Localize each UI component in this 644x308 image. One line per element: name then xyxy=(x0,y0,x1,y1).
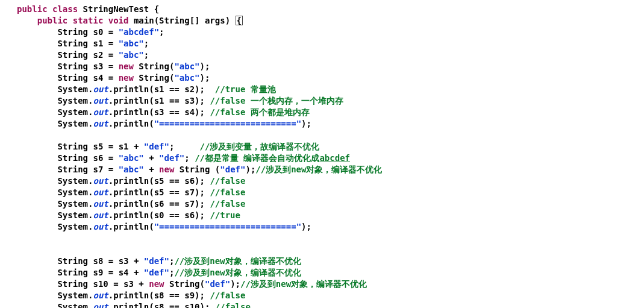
paren-open: ( xyxy=(149,84,154,94)
semi: ; xyxy=(200,291,205,300)
class-system: System xyxy=(57,291,88,300)
comment: //false xyxy=(210,187,245,197)
code-line: System.out.println("====================… xyxy=(17,222,311,231)
paren-close: ) xyxy=(200,73,205,83)
dot: . xyxy=(108,222,113,231)
comment: //涉及到new对象，编译器不优化 xyxy=(174,256,301,266)
method-println: println xyxy=(113,210,149,220)
var-s10: s10 xyxy=(184,302,199,308)
op-eq: = xyxy=(108,268,113,277)
code-line: String s6 = "abc" + "def"; //都是常量 编译器会自动… xyxy=(17,153,350,163)
paren-close: ) xyxy=(195,210,199,220)
method-println: println xyxy=(113,187,149,197)
op-eq: = xyxy=(108,165,113,174)
var-s8: s8 xyxy=(154,302,164,308)
dot: . xyxy=(108,96,113,105)
comment: //true xyxy=(210,210,240,220)
field-out: out xyxy=(93,187,108,197)
field-out: out xyxy=(93,84,108,94)
field-out: out xyxy=(93,291,108,300)
paren-open: ( xyxy=(200,279,205,289)
var-s6: s6 xyxy=(154,199,164,209)
var-s3: s3 xyxy=(123,279,134,289)
type-string: String xyxy=(139,73,169,83)
string-literal: "===========================" xyxy=(154,222,301,231)
paren-close: ) xyxy=(195,291,199,300)
class-system: System xyxy=(57,210,88,220)
semi: ; xyxy=(159,27,164,37)
code-line: String s10 = s3 + new String("def");//涉及… xyxy=(17,279,367,289)
semi: ; xyxy=(205,61,210,71)
paren-close: ) xyxy=(301,119,306,128)
code-line: System.out.println(s5 == s6); //false xyxy=(17,176,245,186)
keyword-new: new xyxy=(119,73,134,83)
code-line: System.out.println(s8 == s10); //false xyxy=(17,302,251,308)
dot: . xyxy=(108,187,113,197)
var-s6: s6 xyxy=(93,153,103,163)
semi: ; xyxy=(200,199,205,209)
code-line: String s3 = new String("abc"); xyxy=(17,61,210,71)
var-s3: s3 xyxy=(184,96,195,105)
type-string: String xyxy=(57,153,88,163)
method-println: println xyxy=(113,199,149,209)
semi: ; xyxy=(307,119,311,128)
code-line: public static void main(String[] args) { xyxy=(17,16,243,25)
code-editor[interactable]: public class StringNewTest { public stat… xyxy=(0,0,644,308)
type-string: String xyxy=(57,27,88,37)
semi: ; xyxy=(200,210,205,220)
op-eq: = xyxy=(113,279,118,289)
paren-close: ) xyxy=(200,61,205,71)
code-line: public class StringNewTest { xyxy=(17,4,159,14)
string-literal: "abcdef" xyxy=(119,27,159,37)
op-deq: == xyxy=(169,96,180,105)
keyword-static: static xyxy=(73,16,104,25)
field-out: out xyxy=(93,302,108,308)
paren-close: ) xyxy=(195,107,199,117)
method-println: println xyxy=(113,119,149,128)
code-line: System.out.println(s8 == s9); //false xyxy=(17,291,245,300)
method-println: println xyxy=(113,291,149,300)
var-s6: s6 xyxy=(184,176,195,186)
var-s9: s9 xyxy=(93,268,103,277)
paren-close: ) xyxy=(230,279,235,289)
op-plus: + xyxy=(149,165,154,174)
code-line: String s4 = new String("abc"); xyxy=(17,73,210,83)
keyword-new: new xyxy=(149,279,164,289)
paren-close: ) xyxy=(195,199,199,209)
semi: ; xyxy=(200,176,205,186)
class-system: System xyxy=(57,119,88,128)
code-line: String s7 = "abc" + new String ("def");/… xyxy=(17,165,382,174)
dot: . xyxy=(108,291,113,300)
class-system: System xyxy=(57,199,88,209)
string-literal: "def" xyxy=(144,268,169,277)
comment-underlined: abcdef xyxy=(319,153,350,163)
code-line: String s1 = "abc"; xyxy=(17,39,149,48)
field-out: out xyxy=(93,96,108,105)
type-string-array: String[] xyxy=(159,16,199,25)
type-string: String xyxy=(57,256,88,266)
code-line: System.out.println(s1 == s2); //true 常量池 xyxy=(17,84,276,94)
semi: ; xyxy=(200,187,205,197)
string-literal: "abc" xyxy=(119,153,144,163)
op-deq: == xyxy=(169,187,180,197)
var-s2: s2 xyxy=(184,84,195,94)
class-system: System xyxy=(57,107,88,117)
class-system: System xyxy=(57,302,88,308)
keyword-new: new xyxy=(119,61,134,71)
code-line xyxy=(17,233,22,243)
semi: ; xyxy=(236,279,240,289)
op-eq: = xyxy=(108,39,113,48)
type-string: String xyxy=(57,142,88,151)
op-plus: + xyxy=(134,256,139,266)
semi: ; xyxy=(200,84,205,94)
string-literal: "abc" xyxy=(174,73,199,83)
code-line: String s0 = "abcdef"; xyxy=(17,27,164,37)
type-string: String xyxy=(57,50,88,60)
semi: ; xyxy=(184,153,189,163)
string-literal: "def" xyxy=(159,153,184,163)
op-eq: = xyxy=(108,142,113,151)
dot: . xyxy=(108,176,113,186)
method-println: println xyxy=(113,84,149,94)
op-plus: + xyxy=(149,153,154,163)
var-s7: s7 xyxy=(184,187,195,197)
